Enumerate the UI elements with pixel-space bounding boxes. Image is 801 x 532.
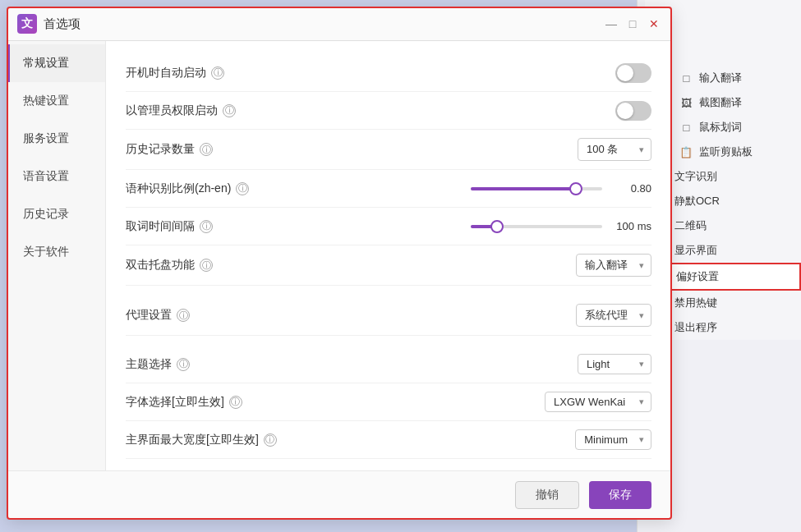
sidebar-item-general[interactable]: 常规设置 [7, 44, 105, 82]
proxy-control: 系统代理 ▾ [576, 304, 651, 327]
section-divider-1 [126, 286, 651, 296]
sidebar-item-about[interactable]: 关于软件 [7, 233, 105, 271]
admin-start-row: 以管理员权限启动 ⓘ [126, 92, 651, 130]
lang-ratio-slider-track[interactable] [471, 187, 602, 190]
dialog: 文 首选项 — □ ✕ 常规设置 热键设置 服务设置 语音设置 历史记录 [7, 7, 672, 520]
history-count-label: 历史记录数量 ⓘ [126, 142, 578, 157]
admin-start-toggle[interactable] [615, 101, 651, 121]
exit-label: 退出程序 [674, 320, 717, 335]
lang-ratio-value: 0.80 [610, 182, 651, 195]
word-interval-row: 取词时间间隔 ⓘ 100 ms [126, 208, 651, 245]
history-count-control: 100 条 ▾ [578, 138, 651, 161]
screenshot-translate-icon: 🖼 [679, 96, 693, 109]
theme-info-icon[interactable]: ⓘ [177, 358, 190, 371]
lang-ratio-slider-container: 0.80 [389, 182, 651, 195]
theme-row: 主题选择 ⓘ Light ▾ [126, 346, 651, 383]
preferences-label: 偏好设置 [676, 269, 719, 284]
dialog-title: 首选项 [44, 16, 604, 32]
lang-ratio-label: 语种识别比例(zh-en) ⓘ [126, 181, 389, 196]
proxy-label: 代理设置 ⓘ [126, 308, 576, 323]
auto-start-info-icon[interactable]: ⓘ [211, 66, 224, 80]
admin-start-label: 以管理员权限启动 ⓘ [126, 103, 615, 118]
admin-start-info-icon[interactable]: ⓘ [223, 104, 236, 117]
word-interval-slider-thumb[interactable] [490, 220, 504, 233]
auto-start-toggle-thumb [617, 65, 633, 81]
max-width-info-icon[interactable]: ⓘ [264, 433, 277, 447]
input-translate-label: 输入翻译 [699, 71, 742, 85]
history-count-arrow: ▾ [639, 144, 644, 155]
disable-hotkey-label: 禁用热键 [674, 296, 717, 310]
proxy-row: 代理设置 ⓘ 系统代理 ▾ [126, 296, 651, 336]
admin-start-toggle-thumb [617, 103, 633, 119]
max-width-dropdown[interactable]: Minimum ▾ [575, 429, 651, 450]
font-info-icon[interactable]: ⓘ [229, 396, 242, 409]
auto-start-row: 开机时自动启动 ⓘ [126, 54, 651, 92]
title-bar: 文 首选项 — □ ✕ [7, 7, 671, 41]
word-interval-info-icon[interactable]: ⓘ [200, 220, 213, 233]
app-icon: 文 [17, 14, 37, 34]
section-divider-2 [126, 336, 651, 346]
cancel-button[interactable]: 撤销 [515, 481, 579, 509]
proxy-info-icon[interactable]: ⓘ [177, 309, 190, 322]
input-translate-icon: □ [679, 71, 693, 85]
clipboard-label: 监听剪贴板 [699, 144, 753, 159]
save-button[interactable]: 保存 [589, 481, 651, 509]
mouse-word-icon: □ [679, 121, 693, 134]
font-dropdown[interactable]: LXGW WenKai ▾ [545, 392, 651, 412]
word-interval-value: 100 ms [610, 220, 651, 232]
tray-doubleclick-dropdown[interactable]: 输入翻译 ▾ [576, 254, 651, 277]
history-count-row: 历史记录数量 ⓘ 100 条 ▾ [126, 130, 651, 170]
word-interval-slider-container: 100 ms [389, 220, 651, 232]
max-width-label: 主界面最大宽度[立即生效] ⓘ [126, 433, 575, 447]
sidebar-item-history[interactable]: 历史记录 [7, 195, 105, 233]
sidebar-item-service[interactable]: 服务设置 [7, 120, 105, 158]
theme-dropdown[interactable]: Light ▾ [578, 354, 651, 374]
tray-doubleclick-arrow: ▾ [639, 260, 644, 271]
auto-start-label: 开机时自动启动 ⓘ [126, 66, 615, 80]
sidebar-item-hotkey[interactable]: 热键设置 [7, 82, 105, 120]
max-width-arrow: ▾ [639, 434, 644, 445]
word-interval-slider-track[interactable] [471, 225, 602, 228]
window-controls: — □ ✕ [604, 16, 661, 31]
history-count-dropdown[interactable]: 100 条 ▾ [578, 138, 651, 161]
close-button[interactable]: ✕ [647, 16, 661, 31]
lang-ratio-slider-fill [471, 187, 576, 190]
font-control: LXGW WenKai ▾ [545, 392, 651, 412]
lang-ratio-slider-thumb[interactable] [569, 182, 582, 195]
theme-arrow: ▾ [639, 359, 644, 369]
proxy-arrow: ▾ [639, 310, 644, 321]
app-icon-text: 文 [21, 16, 33, 31]
font-arrow: ▾ [639, 397, 644, 407]
word-interval-label: 取词时间间隔 ⓘ [126, 219, 389, 234]
clipboard-icon: 📋 [679, 145, 693, 158]
auto-start-control [615, 63, 651, 83]
sidebar-item-voice[interactable]: 语音设置 [7, 158, 105, 195]
max-width-row: 主界面最大宽度[立即生效] ⓘ Minimum ▾ [126, 421, 651, 459]
main-content: 开机时自动启动 ⓘ 以管理员权限启动 ⓘ [106, 41, 671, 470]
display-screen-label: 显示界面 [674, 243, 717, 258]
minimize-button[interactable]: — [604, 16, 619, 31]
tray-doubleclick-control: 输入翻译 ▾ [576, 254, 651, 277]
theme-label: 主题选择 ⓘ [126, 357, 578, 372]
font-label: 字体选择[立即生效] ⓘ [126, 395, 545, 410]
screenshot-translate-label: 截图翻译 [699, 95, 742, 110]
font-row: 字体选择[立即生效] ⓘ LXGW WenKai ▾ [126, 383, 651, 421]
lang-ratio-info-icon[interactable]: ⓘ [236, 182, 249, 195]
tray-doubleclick-info-icon[interactable]: ⓘ [200, 259, 213, 272]
history-count-info-icon[interactable]: ⓘ [200, 143, 213, 156]
dialog-footer: 撤销 保存 [7, 470, 671, 519]
proxy-dropdown[interactable]: 系统代理 ▾ [576, 304, 651, 327]
theme-control: Light ▾ [578, 354, 651, 374]
mouse-word-label: 鼠标划词 [699, 120, 742, 135]
silent-ocr-label: 静默OCR [674, 194, 720, 209]
max-width-control: Minimum ▾ [575, 429, 651, 450]
auto-start-toggle[interactable] [615, 63, 651, 83]
tray-doubleclick-row: 双击托盘功能 ⓘ 输入翻译 ▾ [126, 245, 651, 286]
lang-ratio-row: 语种识别比例(zh-en) ⓘ 0.80 [126, 170, 651, 208]
text-recognition-label: 文字识别 [674, 169, 717, 184]
tray-doubleclick-label: 双击托盘功能 ⓘ [126, 258, 576, 273]
dialog-body: 常规设置 热键设置 服务设置 语音设置 历史记录 关于软件 开机时 [7, 41, 671, 470]
maximize-button[interactable]: □ [625, 16, 640, 31]
admin-start-control [615, 101, 651, 121]
sidebar: 常规设置 热键设置 服务设置 语音设置 历史记录 关于软件 [7, 41, 106, 470]
